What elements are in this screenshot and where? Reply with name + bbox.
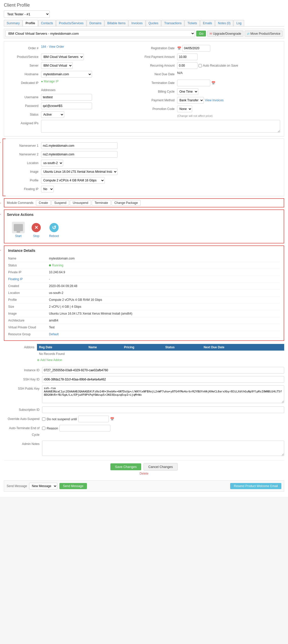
reason-input[interactable] [59, 425, 110, 431]
detail-private-ip-row: Private IP 10.240.64.9 [8, 269, 280, 276]
instance-details-section: Instance Details Name mytestdomain.com S… [4, 245, 284, 341]
profile-field-label: Profile [8, 177, 41, 184]
client-select[interactable]: Test Tester - #1 [4, 10, 50, 18]
tab-invoices[interactable]: Invoices [128, 20, 145, 26]
ns1-row: Nameserver 1 [8, 141, 280, 150]
detail-profile-row: Profile Compute 2 vCPUs 4 GB RAM 16 Gbps [8, 296, 280, 303]
page-title: Client Profile [4, 3, 284, 8]
detail-resource-group-value[interactable]: Default [49, 332, 59, 336]
subscription-id-input[interactable] [42, 406, 284, 413]
tab-emails[interactable]: Emails [200, 20, 215, 26]
termination-input[interactable] [177, 80, 210, 86]
ns2-label: Nameserver 2 [8, 151, 41, 158]
next-due-value: N/A [177, 71, 183, 75]
do-not-suspend-date-input[interactable] [78, 416, 109, 422]
resend-welcome-email-button[interactable]: Resend Product Welcome Email [230, 483, 281, 489]
cancel-changes-button[interactable]: Cancel Changes [143, 463, 178, 470]
next-due-control: N/A [177, 71, 280, 75]
manage-ip-button[interactable]: ● Manage IP [41, 80, 59, 83]
promo-select[interactable]: None [177, 106, 192, 112]
status-select[interactable]: Active Suspended Terminated Pending [41, 111, 64, 118]
message-select[interactable]: New Message [29, 483, 57, 489]
auto-recalculate-checkbox[interactable] [199, 64, 202, 67]
admin-notes-textarea[interactable] [42, 441, 284, 456]
reg-date-label: Registration Date [144, 45, 177, 52]
reboot-action[interactable]: Reboot [48, 222, 60, 238]
product-select[interactable]: IBM Cloud Virtual Servers - mytestdomain… [5, 30, 195, 37]
server-select[interactable]: IBM Cloud Virtual [41, 62, 73, 69]
do-not-suspend-calendar-icon[interactable]: 📅 [110, 417, 114, 421]
move-product-button[interactable]: ⇄ Move Product/Service [245, 31, 283, 37]
section-3-number: 3. [0, 212, 1, 215]
hostname-label: Hostname [8, 71, 41, 78]
suspend-button[interactable]: Suspend [51, 200, 69, 206]
tab-contacts[interactable]: Contacts [38, 20, 56, 26]
profile-select[interactable]: Compute 2 vCPUs 4 GB RAM 16 Gbps [41, 177, 105, 184]
tab-quotes[interactable]: Quotes [146, 20, 161, 26]
username-label: Username [8, 94, 41, 101]
location-control: us-south-2 us-east-1 [41, 160, 280, 166]
create-button[interactable]: Create [36, 200, 51, 206]
first-payment-input[interactable] [177, 54, 198, 60]
save-changes-button[interactable]: Save Changes [110, 463, 141, 470]
send-message-button[interactable]: Send Message [59, 483, 87, 489]
tab-transactions[interactable]: Transactions [161, 20, 184, 26]
delete-link[interactable]: Delete [4, 472, 284, 475]
ssh-key-id-input[interactable] [42, 376, 284, 383]
terminate-button[interactable]: Terminate [92, 200, 111, 206]
hostname-select[interactable]: mytestdomain.com [41, 71, 92, 78]
view-invoices-link[interactable]: View Invoices [205, 98, 224, 102]
reg-date-input[interactable] [182, 45, 210, 52]
location-select[interactable]: us-south-2 us-east-1 [41, 160, 63, 166]
client-select-row: Test Tester - #1 [4, 10, 284, 18]
product-service-select[interactable]: IBM Cloud Virtual Servers [41, 54, 84, 60]
floating-ip-label: Floating IP [8, 186, 41, 192]
service-actions-section: Service Actions Start Stop [4, 209, 284, 243]
unsuspend-button[interactable]: Unsuspend [70, 200, 91, 206]
tabs-bar: Summary Profile Contacts Products/Servic… [4, 20, 284, 27]
billing-cycle-label: Billing Cycle [144, 88, 177, 95]
instance-id-input[interactable] [42, 367, 284, 374]
tab-summary[interactable]: Summary [4, 20, 22, 26]
ns2-input[interactable] [41, 151, 117, 158]
image-select[interactable]: Ubuntu Linux 16.04 LTS Xenial Xerus Mini… [41, 168, 117, 175]
tab-log[interactable]: Log [233, 20, 244, 26]
upgrade-downgrade-button[interactable]: ✉ Upgrade/Downgrade [207, 31, 243, 37]
floating-ip-select[interactable]: No Yes [41, 186, 54, 192]
view-order-link[interactable]: 184 - View Order [41, 45, 64, 48]
section-2-wrapper: 2. Module Commands Create Suspend Unsusp… [4, 198, 284, 207]
ns1-input[interactable] [41, 142, 117, 149]
termination-calendar-icon[interactable]: 📅 [211, 81, 215, 85]
section-1-wrapper: 1. Nameserver 1 Nameserver 2 Location [4, 139, 284, 196]
auto-terminate-control: Reason [42, 425, 284, 431]
start-action[interactable]: Start [12, 222, 25, 238]
override-checkbox[interactable] [42, 417, 45, 421]
assigned-ips-textarea[interactable] [41, 120, 280, 133]
password-input[interactable] [41, 103, 92, 109]
tab-products-services[interactable]: Products/Services [56, 20, 86, 26]
tab-billable-items[interactable]: Billable Items [104, 20, 128, 26]
stop-action[interactable]: Stop [30, 222, 43, 238]
auto-terminate-checkbox[interactable] [42, 427, 45, 430]
calendar-icon: 📅 [177, 46, 181, 50]
billing-cycle-select[interactable]: One Time Monthly Annual [177, 88, 198, 95]
username-input[interactable] [41, 94, 92, 101]
recurring-input[interactable] [177, 62, 198, 69]
detail-resource-group-row: Resource Group Default [8, 331, 280, 338]
go-button[interactable]: Go [196, 31, 206, 36]
auto-recalculate-label: Auto Recalculate on Save [203, 62, 241, 69]
payment-method-select[interactable]: Bank Transfer [177, 97, 204, 104]
add-addon-button[interactable]: ⊕ Add New Addon [37, 357, 284, 363]
start-label: Start [15, 234, 21, 238]
tab-tickets[interactable]: Tickets [185, 20, 200, 26]
admin-notes-row: Admin Notes [4, 440, 284, 458]
change-package-button[interactable]: Change Package [112, 200, 141, 206]
main-form-section: Order # 184 - View Order Product/Service… [4, 41, 284, 137]
detail-status-label: Status [8, 264, 49, 267]
module-commands-row: Module Commands Create Suspend Unsuspend… [4, 198, 284, 207]
billing-cycle-control: One Time Monthly Annual [177, 88, 280, 95]
tab-notes[interactable]: Notes (0) [215, 20, 233, 26]
tab-profile[interactable]: Profile [23, 20, 38, 26]
ssh-public-key-textarea[interactable]: ssh-rsa AAAAB3NzaC1yc2EAAAABJQAAAQEAlFz0… [42, 385, 284, 403]
tab-domains[interactable]: Domains [87, 20, 104, 26]
